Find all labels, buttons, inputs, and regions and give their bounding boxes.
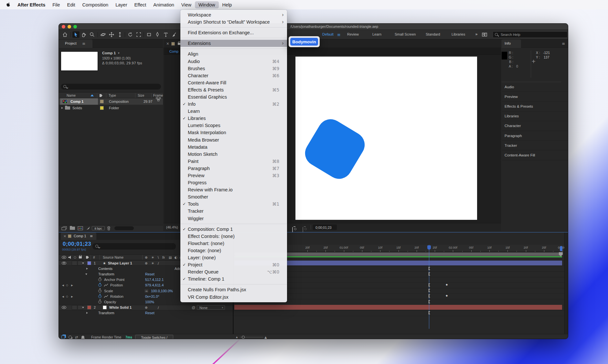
group-label[interactable]: Transform <box>98 311 114 315</box>
menubar-item-help[interactable]: Help <box>219 1 236 8</box>
property-value[interactable]: 100% <box>145 300 154 304</box>
twirl-closed-icon[interactable] <box>86 267 89 270</box>
home-tool-icon[interactable] <box>61 31 69 38</box>
workspace-review[interactable]: Review <box>347 32 359 36</box>
parent-pickwhip-icon[interactable]: ⊕ <box>145 306 147 309</box>
toggle-switches-modes-button[interactable]: Toggle Switches / Modes <box>135 335 173 339</box>
menu-item-info[interactable]: ✓Info⌘2 <box>180 101 287 108</box>
pan-camera-tool-icon[interactable] <box>108 31 115 38</box>
workspace-learn[interactable]: Learn <box>372 32 381 36</box>
project-row-solids[interactable]: Solids Folder <box>59 105 163 111</box>
selected-comp-name[interactable]: Comp 1 <box>102 51 116 55</box>
motion-blur-column-icon[interactable]: ◐ <box>175 256 177 259</box>
previous-keyframe-icon[interactable]: ◀ <box>62 284 64 287</box>
collapsed-panel-audio[interactable]: Audio <box>502 82 568 92</box>
collapsed-panel-preview[interactable]: Preview <box>502 92 568 102</box>
zoom-slider-handle[interactable] <box>242 336 245 338</box>
property-label[interactable]: Position <box>110 283 123 287</box>
audio-column-speaker-icon[interactable] <box>68 256 71 259</box>
menubar-item-file[interactable]: File <box>49 1 63 8</box>
menu-item-composition-comp-1[interactable]: ✓Composition: Comp 1 <box>180 226 287 233</box>
menu-item-essential-graphics[interactable]: Essential Graphics <box>180 93 287 101</box>
frame-blend-column-icon[interactable]: ▤ <box>169 256 172 259</box>
hand-tool-icon[interactable] <box>80 31 87 38</box>
stopwatch-icon[interactable] <box>98 300 101 304</box>
collapse-transform-icon[interactable]: ☀ <box>151 261 154 265</box>
collapsed-panel-content-aware-fill[interactable]: Content-Aware Fill <box>502 150 568 160</box>
stopwatch-active-icon[interactable] <box>98 295 101 298</box>
menu-item-content-aware-fill[interactable]: Content-Aware Fill <box>180 79 287 86</box>
visibility-eye-icon[interactable] <box>62 306 66 309</box>
panel-menu-icon[interactable]: ≡ <box>90 234 93 238</box>
panel-menu-icon[interactable]: ≡ <box>82 41 85 46</box>
minimize-window-button[interactable] <box>68 25 71 28</box>
reset-link[interactable]: Reset <box>145 311 155 315</box>
group-row-transform-solid[interactable]: Transform Reset <box>59 310 233 316</box>
collapse-column-icon[interactable]: ☀ <box>151 256 154 259</box>
frame-blending-icon[interactable] <box>61 335 65 339</box>
menu-item-smoother[interactable]: Smoother <box>180 193 287 200</box>
workspace-small-screen[interactable]: Small Screen <box>395 32 416 36</box>
workspace-libraries[interactable]: Libraries <box>452 32 465 36</box>
comp-timecode-chip[interactable]: 0;00;01;23 <box>313 225 337 230</box>
region-of-interest-tool-icon[interactable] <box>135 31 142 38</box>
property-label[interactable]: Opacity <box>104 300 116 304</box>
collapsed-panel-tracker[interactable]: Tracker <box>502 141 568 150</box>
menu-item-vr-comp-editor-jsx[interactable]: VR Comp Editor.jsx <box>180 293 287 300</box>
pen-tool-icon[interactable] <box>154 31 161 38</box>
menu-item-flowchart-none[interactable]: Flowchart: (none) <box>180 240 287 247</box>
label-color-swatch[interactable] <box>100 106 104 110</box>
effects-column-icon[interactable]: fx <box>162 256 165 259</box>
column-name[interactable]: Name <box>67 93 76 97</box>
menu-item-mask-interpolation[interactable]: Mask Interpolation <box>180 129 287 136</box>
playhead-marker[interactable] <box>427 245 431 250</box>
label-column-tag-icon[interactable] <box>86 256 89 259</box>
group-label[interactable]: Transform <box>98 272 114 276</box>
menu-item-paragraph[interactable]: Paragraph⌘7 <box>180 165 287 172</box>
close-window-button[interactable] <box>62 25 65 28</box>
rectangle-tool-icon[interactable] <box>145 31 153 38</box>
quality-icon[interactable]: ∕ <box>158 261 159 265</box>
menubar-item-after-effects[interactable]: After Effects <box>14 1 49 8</box>
menu-item-preview[interactable]: Preview⌘3 <box>180 172 287 179</box>
zoom-window-button[interactable] <box>73 25 77 28</box>
menubar-item-composition[interactable]: Composition <box>79 1 112 8</box>
layer-name[interactable]: Shape Layer 1 <box>108 261 132 265</box>
collapsed-panel-effects-presets[interactable]: Effects & Presets <box>502 102 568 111</box>
collapsed-panel-paragraph[interactable]: Paragraph <box>502 131 568 141</box>
column-type[interactable]: Type <box>109 93 116 97</box>
twirl-open-icon[interactable] <box>82 306 85 309</box>
constrain-link-icon[interactable]: ∞ <box>144 289 148 293</box>
zoom-in-mountain-icon[interactable]: ▲ <box>264 335 267 339</box>
menu-item-media-browser[interactable]: Media Browser <box>180 136 287 144</box>
layer-row-white-solid-1[interactable]: 2 White Solid 1 ⊕ ∕ @ None ▾ <box>59 305 233 310</box>
current-timecode[interactable]: 0;00;01;23 <box>63 241 91 247</box>
menu-item-footage-none[interactable]: Footage: (none) <box>180 247 287 254</box>
twirl-closed-icon[interactable] <box>86 312 89 314</box>
menu-item-libraries[interactable]: ✓Libraries <box>180 115 287 122</box>
new-composition-icon[interactable] <box>78 226 83 230</box>
property-label[interactable]: Scale <box>104 289 113 293</box>
parent-pickwhip-icon[interactable]: ⊕ <box>145 261 147 265</box>
menu-item-timeline-comp-1[interactable]: ✓Timeline: Comp 1 <box>180 275 287 283</box>
label-color-swatch[interactable] <box>100 100 104 103</box>
zoom-tool-icon[interactable] <box>89 31 96 38</box>
rounded-square-shape[interactable] <box>300 114 369 184</box>
menu-item-brushes[interactable]: Brushes⌘9 <box>180 65 287 72</box>
stopwatch-icon[interactable] <box>98 278 101 281</box>
menu-item-layer-none[interactable]: Layer: (none) <box>180 254 287 261</box>
solo-column-icon[interactable]: ○ <box>74 256 76 259</box>
lock-column-icon[interactable] <box>79 256 82 259</box>
close-tab-icon[interactable]: × <box>63 234 66 238</box>
workspace-default[interactable]: Default <box>322 32 334 36</box>
property-value[interactable]: 517.4,112.1 <box>145 278 164 282</box>
search-help-input[interactable]: Search Help <box>493 31 568 38</box>
new-folder-icon[interactable] <box>70 227 75 230</box>
property-value[interactable]: 0x+31.0° <box>145 294 159 298</box>
layer-color-swatch[interactable] <box>87 261 91 265</box>
trash-icon[interactable] <box>107 226 111 230</box>
menu-item-render-queue[interactable]: Render Queue⌥⌘0 <box>180 268 287 275</box>
zoom-out-mountain-icon[interactable]: ▲ <box>236 336 238 338</box>
menubar-item-view[interactable]: View <box>178 1 195 8</box>
menu-item-assign-shortcut-to-default-workspace[interactable]: Assign Shortcut to “Default” Workspace› <box>180 18 287 26</box>
